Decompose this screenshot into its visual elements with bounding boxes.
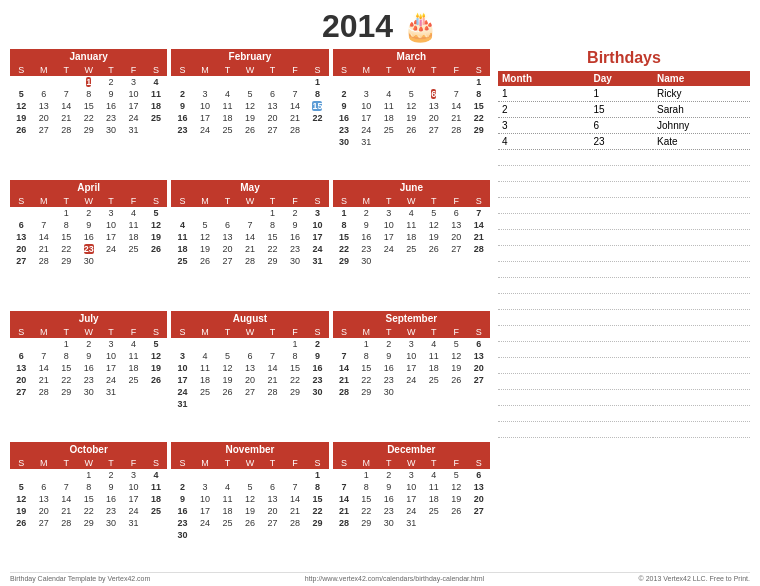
birthday-day: 6 [590,118,653,134]
month-march: March SMTWTFS 1 2345678 9101112131415 [333,49,490,176]
month-november: November SMTWTFS 1 2345678 910111213141 [171,442,328,569]
birthday-row: 423Kate [498,134,750,150]
birthday-row-empty [498,182,750,198]
birthday-row-empty [498,246,750,262]
june-table: SMTWTFS 1234567 891011121314 15161718192… [333,195,490,267]
month-january: January SMTWTFS 1234 567891011 12131415 [10,49,167,176]
footer: Birthday Calendar Template by Vertex42.c… [10,572,750,582]
month-may: May SMTWTFS 123 45678910 11121314151617 [171,180,328,307]
month-april: April SMTWTFS 12345 6789101112 13141516 [10,180,167,307]
september-header: September [333,311,490,326]
april-table: SMTWTFS 12345 6789101112 13141516171819 [10,195,167,267]
birthday-day: 1 [590,86,653,102]
birthday-row-empty [498,326,750,342]
april-header: April [10,180,167,195]
birthday-row-empty [498,294,750,310]
february-table: SMTWTFS 1 2345678 9101112131415 [171,64,328,136]
day-col-header: Day [590,71,653,86]
month-september: September SMTWTFS 123456 78910111213 14 [333,311,490,438]
birthday-row-empty [498,342,750,358]
page: 2014 🎂 January SMTWTFS 1234 56 [0,0,760,586]
birthday-row: 215Sarah [498,102,750,118]
birthdays-section: Birthdays Month Day Name 11Ricky215Sarah… [498,49,750,569]
birthday-row-empty [498,198,750,214]
footer-left: Birthday Calendar Template by Vertex42.c… [10,575,150,582]
cake-icon: 🎂 [403,10,438,43]
birthday-row-empty [498,406,750,422]
july-table: SMTWTFS 12345 6789101112 13141516171819 [10,326,167,398]
birthday-row-empty [498,150,750,166]
birthday-row-empty [498,358,750,374]
december-table: SMTWTFS 123456 78910111213 1415161718192… [333,457,490,529]
birthday-day: 15 [590,102,653,118]
birthday-row-empty [498,262,750,278]
october-header: October [10,442,167,457]
month-june: June SMTWTFS 1234567 891011121314 15161 [333,180,490,307]
january-header: January [10,49,167,64]
birthday-day: 23 [590,134,653,150]
march-table: SMTWTFS 1 2345678 9101112131415 [333,64,490,148]
birthdays-table: Month Day Name 11Ricky215Sarah36Johnny42… [498,71,750,438]
july-header: July [10,311,167,326]
month-col-header: Month [498,71,590,86]
month-october: October SMTWTFS 1234 567891011 12131415 [10,442,167,569]
may-header: May [171,180,328,195]
february-header: February [171,49,328,64]
birthday-row-empty [498,166,750,182]
november-header: November [171,442,328,457]
august-header: August [171,311,328,326]
december-header: December [333,442,490,457]
birthday-month: 3 [498,118,590,134]
june-header: June [333,180,490,195]
birthday-month: 1 [498,86,590,102]
calendar-section: January SMTWTFS 1234 567891011 12131415 [10,49,490,569]
main-content: January SMTWTFS 1234 567891011 12131415 [10,49,750,569]
march-header: March [333,49,490,64]
footer-right: © 2013 Vertex42 LLC. Free to Print. [639,575,750,582]
header: 2014 🎂 [10,8,750,45]
birthday-month: 2 [498,102,590,118]
birthday-row: 36Johnny [498,118,750,134]
footer-center: http://www.vertex42.com/calendars/birthd… [305,575,484,582]
year-title: 2014 [322,8,393,45]
birthday-row-empty [498,214,750,230]
birthday-month: 4 [498,134,590,150]
birthday-name: Sarah [653,102,750,118]
month-august: August SMTWTFS 12 3456789 1011121314151 [171,311,328,438]
november-table: SMTWTFS 1 2345678 9101112131415 [171,457,328,541]
birthday-name: Ricky [653,86,750,102]
august-table: SMTWTFS 12 3456789 10111213141516 [171,326,328,410]
birthday-name: Johnny [653,118,750,134]
month-february: February SMTWTFS 1 2345678 910111213141 [171,49,328,176]
birthday-row-empty [498,374,750,390]
birthday-row-empty [498,390,750,406]
month-december: December SMTWTFS 123456 78910111213 141 [333,442,490,569]
birthday-row-empty [498,278,750,294]
birthday-name: Kate [653,134,750,150]
october-table: SMTWTFS 1234 567891011 12131415161718 [10,457,167,529]
birthday-row-empty [498,310,750,326]
september-table: SMTWTFS 123456 78910111213 1415161718192… [333,326,490,398]
month-july: July SMTWTFS 12345 6789101112 131415161 [10,311,167,438]
birthdays-title: Birthdays [498,49,750,67]
birthday-row-empty [498,230,750,246]
birthday-row-empty [498,422,750,438]
birthday-row: 11Ricky [498,86,750,102]
january-table: SMTWTFS 1234 567891011 12131415161718 [10,64,167,136]
birthdays-header-row: Month Day Name [498,71,750,86]
name-col-header: Name [653,71,750,86]
may-table: SMTWTFS 123 45678910 11121314151617 [171,195,328,267]
